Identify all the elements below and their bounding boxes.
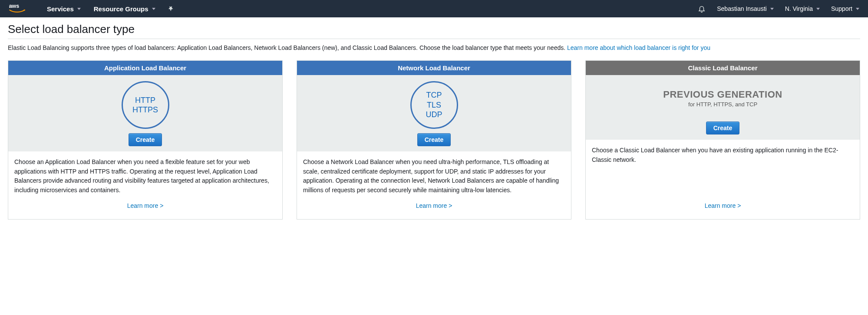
card-nlb-body: Choose a Network Load Balancer when you …	[297, 151, 571, 219]
nlb-protocol-circle: TCP TLS UDP	[410, 81, 458, 129]
intro-text: Elastic Load Balancing supports three ty…	[8, 44, 567, 51]
svg-text:aws: aws	[9, 3, 20, 9]
top-nav: aws Services Resource Groups Sebastian I…	[0, 0, 868, 17]
title-divider	[8, 39, 860, 39]
lb-cards: Application Load Balancer HTTP HTTPS Cre…	[8, 60, 860, 220]
card-alb-illustration: HTTP HTTPS Create	[8, 75, 282, 151]
create-alb-button[interactable]: Create	[129, 133, 162, 146]
card-clb: Classic Load Balancer PREVIOUS GENERATIO…	[585, 60, 860, 220]
nlb-description: Choose a Network Load Balancer when you …	[303, 158, 565, 195]
notifications-icon[interactable]	[698, 5, 706, 13]
nlb-proto-3: UDP	[426, 110, 442, 120]
nav-services-label: Services	[47, 5, 74, 13]
nav-support[interactable]: Support	[831, 5, 859, 12]
alb-proto-2: HTTPS	[132, 105, 158, 115]
card-clb-illustration: PREVIOUS GENERATION for HTTP, HTTPS, and…	[586, 75, 860, 140]
nav-services[interactable]: Services	[47, 5, 81, 13]
nav-region-label: N. Virginia	[785, 5, 813, 12]
caret-down-icon	[152, 8, 155, 10]
nav-user[interactable]: Sebastian Insausti	[717, 5, 773, 12]
nlb-proto-1: TCP	[426, 90, 442, 100]
clb-prev-gen: PREVIOUS GENERATION for HTTP, HTTPS, and…	[663, 81, 782, 117]
intro-learn-more-link[interactable]: Learn more about which load balancer is …	[567, 44, 710, 51]
nav-region[interactable]: N. Virginia	[785, 5, 820, 12]
create-nlb-button[interactable]: Create	[417, 133, 451, 146]
caret-down-icon	[816, 8, 820, 10]
card-nlb-header: Network Load Balancer	[297, 61, 571, 75]
pin-icon[interactable]	[168, 6, 175, 12]
caret-down-icon	[770, 8, 774, 10]
page-content: Select load balancer type Elastic Load B…	[0, 17, 868, 237]
nlb-learn-more-link[interactable]: Learn more >	[416, 202, 452, 209]
clb-learn-more-link[interactable]: Learn more >	[705, 202, 741, 209]
intro-paragraph: Elastic Load Balancing supports three ty…	[8, 43, 860, 52]
card-clb-body: Choose a Classic Load Balancer when you …	[586, 140, 860, 219]
page-title: Select load balancer type	[8, 23, 860, 36]
card-clb-header: Classic Load Balancer	[586, 61, 860, 75]
alb-protocol-circle: HTTP HTTPS	[122, 81, 169, 129]
clb-description: Choose a Classic Load Balancer when you …	[592, 146, 854, 164]
aws-logo[interactable]: aws	[9, 3, 30, 15]
nav-right: Sebastian Insausti N. Virginia Support	[698, 5, 859, 13]
alb-learn-more-link[interactable]: Learn more >	[127, 202, 164, 209]
alb-proto-1: HTTP	[135, 95, 155, 105]
nav-resource-groups-label: Resource Groups	[94, 5, 149, 13]
nlb-proto-2: TLS	[427, 100, 441, 110]
clb-prev-gen-sub: for HTTP, HTTPS, and TCP	[663, 101, 782, 108]
card-alb-body: Choose an Application Load Balancer when…	[8, 151, 282, 219]
nav-support-label: Support	[831, 5, 852, 12]
alb-description: Choose an Application Load Balancer when…	[14, 158, 276, 195]
create-clb-button[interactable]: Create	[706, 121, 740, 135]
card-nlb: Network Load Balancer TCP TLS UDP Create…	[297, 60, 571, 220]
caret-down-icon	[856, 8, 859, 10]
card-alb: Application Load Balancer HTTP HTTPS Cre…	[8, 60, 283, 220]
nav-resource-groups[interactable]: Resource Groups	[94, 5, 155, 13]
clb-prev-gen-title: PREVIOUS GENERATION	[663, 89, 782, 100]
card-alb-header: Application Load Balancer	[8, 61, 282, 75]
nav-user-label: Sebastian Insausti	[717, 5, 766, 12]
card-nlb-illustration: TCP TLS UDP Create	[297, 75, 571, 151]
caret-down-icon	[77, 8, 81, 10]
nav-left: Services Resource Groups	[47, 5, 175, 13]
